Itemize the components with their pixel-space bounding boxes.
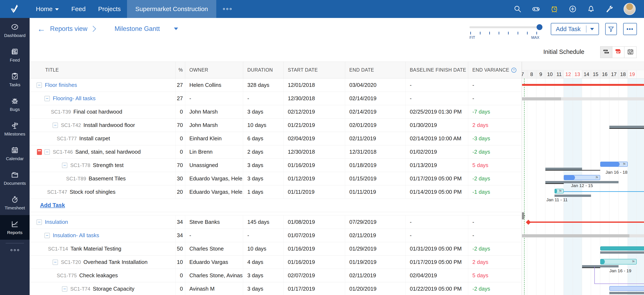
task-row[interactable]: −Floor finishes27Helen Collins328 days12… <box>30 79 522 92</box>
view-selector[interactable]: Milestone Gantt <box>114 25 160 33</box>
sidebar-item-timesheet[interactable]: Timesheet <box>0 190 30 215</box>
task-row[interactable]: SC1-T47Stock roof shingles20Eduardo Varg… <box>30 185 522 199</box>
task-row[interactable]: −SC1-T46Sand, stain, seal hardwood0Lin B… <box>30 145 522 159</box>
task-row[interactable]: −Insulation- All tasks34--01/07/201902/1… <box>30 229 522 242</box>
sidebar-item-bugs[interactable]: Bugs <box>0 92 30 117</box>
sidebar-item-feed[interactable]: Feed <box>0 43 30 67</box>
task-row[interactable]: −SC1-T78Strength test70Unassigned3 days0… <box>30 159 522 172</box>
column-header-pct[interactable]: % <box>176 62 185 78</box>
column-header-end[interactable]: END DATE <box>345 62 406 78</box>
gantt-critical-bar[interactable] <box>522 84 644 86</box>
milestone-title-link[interactable]: Floor finishes <box>45 82 77 88</box>
task-row[interactable]: −Insulation34Steve Banks145 days01/08/20… <box>30 215 522 229</box>
bell-icon[interactable] <box>587 5 595 13</box>
collapse-toggle-icon[interactable]: − <box>44 233 50 238</box>
alarm-icon[interactable] <box>550 5 558 13</box>
milestone-title-link[interactable]: Insulation- All tasks <box>53 232 99 239</box>
cell-title: −Floor finishes <box>30 79 176 92</box>
task-row[interactable]: −SC1-T20Overhead Tank Installation10Edua… <box>30 255 522 269</box>
sidebar-item-milestones[interactable]: Milestones <box>0 117 30 141</box>
gantt-task-bar[interactable]: ⚑ <box>600 259 637 264</box>
add-task-button[interactable]: Add Task <box>551 23 599 35</box>
task-row[interactable]: −SC1-T74Storage Capacity0Avinash M3 days… <box>30 282 522 295</box>
sidebar-item-calendar[interactable]: Calendar <box>0 141 30 166</box>
task-row[interactable]: SC1-T39Final coat hardwood0John Marsh3 d… <box>30 105 522 119</box>
collapse-toggle-icon[interactable]: − <box>62 286 67 292</box>
nav-tab-label: Projects <box>98 6 120 13</box>
sidebar-item-tasks[interactable]: Tasks <box>0 67 30 92</box>
more-options-button[interactable]: ••• <box>623 23 637 35</box>
plus-circle-icon[interactable] <box>568 5 577 13</box>
collapse-toggle-icon[interactable]: − <box>52 259 58 265</box>
sidebar-item-reports[interactable]: Reports <box>0 215 30 240</box>
filter-button[interactable] <box>605 23 617 35</box>
task-row[interactable]: SC1-T14Tank Material Testing50Charles St… <box>30 242 522 255</box>
add-task-caret-down-icon[interactable] <box>590 28 594 30</box>
task-row[interactable]: −Flooring- All tasks27--12/30/201802/14/… <box>30 92 522 105</box>
gantt-baseline-bar[interactable] <box>600 251 644 254</box>
slider-knob[interactable] <box>536 24 542 30</box>
back-arrow-icon[interactable]: ← <box>37 25 46 33</box>
gantt-parent-bar[interactable] <box>630 234 644 237</box>
collapse-toggle-icon[interactable]: − <box>62 163 67 168</box>
cell-baseline: - <box>406 215 468 229</box>
gantt-dependency-red-button[interactable] <box>612 46 624 58</box>
task-row[interactable]: SC1-T77Install carpet0Einhard Klein6 day… <box>30 132 522 145</box>
view-caret-down-icon[interactable] <box>174 28 178 30</box>
nav-more-tabs-icon[interactable] <box>216 0 238 18</box>
sidebar-more-icon[interactable] <box>0 243 30 258</box>
gantt-parent-bar[interactable] <box>561 97 644 100</box>
nav-tab-supermarket-construction[interactable]: Supermarket Construction <box>127 0 216 18</box>
sidebar-item-documents[interactable]: Documents <box>0 166 30 190</box>
task-row[interactable]: SC1-T89Basement Tiles30Eduardo Vargas, H… <box>30 172 522 185</box>
gantt-parent-progress-bar[interactable] <box>522 234 630 237</box>
gantt-baseline-bar[interactable] <box>545 168 582 170</box>
add-task-link[interactable]: Add Task <box>40 202 65 209</box>
milestone-title-link[interactable]: Flooring- All tasks <box>53 95 96 102</box>
collapse-toggle-icon[interactable]: − <box>44 96 50 101</box>
task-row[interactable]: −SC1-T42Install hardwood floor70John Mar… <box>30 119 522 132</box>
task-row[interactable]: SC1-T75Check leakages0Charles Stone, Avi… <box>30 269 522 282</box>
column-header-duration[interactable]: DURATION <box>243 62 284 78</box>
collapse-toggle-icon[interactable]: − <box>52 123 58 128</box>
gantt-task-bar[interactable]: ⚑ <box>564 175 600 180</box>
column-header-variance[interactable]: END VARIANCE? <box>468 62 522 78</box>
gantt-milestone-line[interactable] <box>528 221 644 223</box>
gantt-baseline-bar[interactable] <box>554 195 591 197</box>
gantt-task-bar[interactable] <box>600 246 644 250</box>
help-icon[interactable]: ? <box>511 68 516 73</box>
timeline-zoom-slider[interactable]: FIT MAX <box>470 24 544 39</box>
nav-tab-projects[interactable]: Projects <box>92 0 127 18</box>
column-resize-handle[interactable] <box>522 212 525 221</box>
gantt-task-bar[interactable]: ⚑ <box>600 162 628 167</box>
calendar-slash-button[interactable] <box>624 46 636 58</box>
tools-icon[interactable] <box>605 5 614 13</box>
column-header-owner[interactable]: OWNER <box>185 62 243 78</box>
gantt-parent-progress-bar[interactable] <box>522 97 561 100</box>
gantt-baseline-bar[interactable] <box>610 126 644 128</box>
slider-tick <box>527 32 528 35</box>
column-header-start[interactable]: START DATE <box>284 62 345 78</box>
collapse-toggle-icon[interactable]: − <box>36 83 42 88</box>
user-avatar[interactable] <box>624 3 636 15</box>
breadcrumb-reports-view[interactable]: Reports view <box>50 25 88 33</box>
column-header-title[interactable]: TITLE <box>30 62 176 78</box>
gantt-task-bar[interactable]: ⚑ <box>554 189 564 193</box>
gantt-baseline-bar[interactable] <box>582 265 618 267</box>
gantt-baseline-bar[interactable] <box>610 292 644 294</box>
collapse-toggle-icon[interactable]: − <box>44 149 50 155</box>
sidebar-item-dashboard[interactable]: Dashboard <box>0 18 30 43</box>
gantt-task-bar[interactable] <box>610 286 644 291</box>
search-icon[interactable] <box>514 5 522 13</box>
cell-value: 3 days <box>247 109 264 115</box>
nav-tab-feed[interactable]: Feed <box>65 0 92 18</box>
slider-track[interactable] <box>470 26 541 28</box>
nav-tab-home[interactable]: Home <box>30 0 65 18</box>
milestone-title-link[interactable]: Insulation <box>45 219 68 225</box>
cell-start: 02/12/2019 <box>284 105 345 118</box>
zoho-projects-logo[interactable] <box>0 0 30 18</box>
gamepad-icon[interactable] <box>532 5 540 13</box>
gantt-bars-button[interactable] <box>600 46 612 58</box>
collapse-toggle-icon[interactable]: − <box>36 219 42 225</box>
column-header-baseline[interactable]: BASELINE FINISH DATE <box>406 62 468 78</box>
